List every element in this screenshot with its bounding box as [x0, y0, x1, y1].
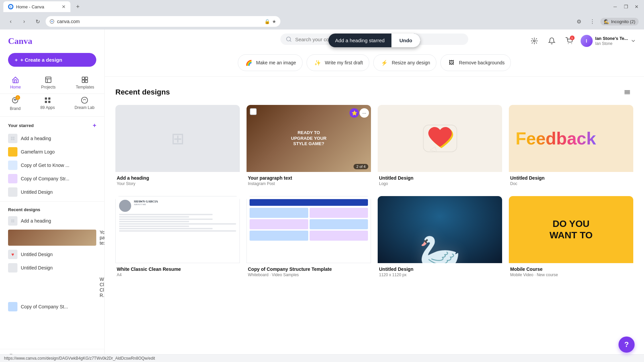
create-label: + Create a design	[20, 57, 62, 63]
recent-item-paragraph[interactable]: Your paragraph text	[0, 228, 104, 248]
company-box-5	[250, 231, 308, 241]
notifications-button[interactable]	[546, 35, 558, 47]
settings-button[interactable]	[528, 35, 540, 47]
recent-item-untitled2[interactable]: Untitled Design	[0, 261, 104, 275]
write-draft-icon: ✨	[313, 58, 322, 67]
back-button[interactable]: ‹	[5, 16, 16, 27]
svg-rect-5	[85, 77, 88, 79]
resume-line-3	[119, 219, 213, 220]
design-card-resume[interactable]: SHAWN GARCIA ABOUT ME	[115, 196, 240, 281]
resume-line-6	[119, 226, 189, 227]
starred-item-gettoknow[interactable]: Copy of Get to Know ...	[8, 159, 96, 172]
design-card-paragraph[interactable]: READY TOUPGRADE YOURSTYLE GAME? ⭐ ··· 2 …	[247, 105, 371, 189]
card-title-mobile: Mobile Course	[510, 266, 632, 272]
card-subtitle-swan: 1120 x 1120 px	[379, 273, 501, 277]
recent-item-paragraph-label: Your paragraph text	[100, 230, 105, 246]
design-card-company[interactable]: Copy of Company Structure Template White…	[247, 196, 371, 281]
card-thumb-heading: ⊞	[115, 105, 240, 172]
svg-rect-14	[11, 137, 13, 138]
url-bar[interactable]: canva.com 🔒 ★	[46, 16, 280, 27]
toast-undo-button[interactable]: Undo	[391, 34, 420, 47]
starred-thumb-gamefarm	[8, 147, 17, 157]
refresh-button[interactable]: ↻	[32, 16, 43, 27]
card-thumb-company	[247, 196, 371, 263]
starred-thumb-untitled	[8, 187, 17, 197]
card-menu-button[interactable]: ···	[360, 108, 369, 118]
company-box-3	[250, 219, 308, 229]
card-subtitle-mobile: Mobile Video · New course	[510, 273, 632, 277]
recent-item-untitled2-label: Untitled Design	[21, 265, 53, 270]
list-view-button[interactable]	[621, 86, 633, 98]
card-thumb-resume: SHAWN GARCIA ABOUT ME	[115, 196, 240, 263]
card-thumb-swan: 🦢	[378, 196, 502, 263]
card-info-paragraph: Your paragraph text Instagram Post	[247, 172, 371, 189]
help-button[interactable]: ?	[619, 337, 635, 353]
browser-right-actions: ⚙ ⋮ 🕵 Incognito (2)	[574, 16, 639, 27]
svg-rect-15	[13, 137, 15, 138]
quick-action-bg[interactable]: 🖼 Remove backgrounds	[440, 54, 511, 71]
browser-menu-button[interactable]: ⋮	[587, 16, 598, 27]
design-card-mobile[interactable]: DO YOUWANT TO Mobile Course Mobile Video…	[509, 196, 633, 281]
starred-item-gamefarm-label: Gamefarm Logo	[21, 149, 55, 155]
quick-action-resize[interactable]: ⚡ Resize any design	[373, 54, 436, 71]
sidebar-item-brand[interactable]: ! Brand	[6, 94, 24, 114]
starred-item-untitled[interactable]: Untitled Design	[8, 185, 96, 199]
company-box-6	[310, 231, 368, 241]
starred-item-heading[interactable]: Add a heading	[8, 132, 96, 145]
sidebar-item-dreamlab[interactable]: Dream Lab	[70, 94, 98, 114]
recent-thumb-resume	[8, 277, 96, 298]
card-subtitle-feedback: Doc	[510, 181, 632, 186]
card-pagination: 2 of 4	[354, 164, 368, 169]
design-card-feedback[interactable]: Feedback Untitled Design Doc	[509, 105, 633, 189]
recent-item-resume[interactable]: White Classic Clean R...	[0, 275, 104, 300]
maximize-button[interactable]: ❐	[622, 3, 630, 11]
forward-button[interactable]: ›	[19, 16, 30, 27]
sidebar-logo[interactable]: Canva	[0, 29, 104, 50]
starred-item-companystr[interactable]: Copy of Company Str...	[8, 172, 96, 185]
card-title-feedback: Untitled Design	[510, 175, 632, 181]
recent-item-untitled1[interactable]: ♥ Untitled Design	[0, 248, 104, 261]
minimize-button[interactable]: ─	[611, 3, 619, 11]
quick-action-image-label: Make me an image	[256, 60, 296, 65]
new-tab-button[interactable]: +	[73, 2, 83, 11]
card-select-checkbox[interactable]	[250, 108, 257, 115]
recent-thumb-company	[8, 302, 17, 311]
svg-rect-16	[11, 139, 13, 140]
svg-rect-3	[46, 77, 51, 83]
sidebar-item-projects[interactable]: Projects	[37, 73, 59, 92]
design-card-swan[interactable]: 🦢 Untitled Design 1120 x 1120 px	[378, 196, 502, 281]
close-button[interactable]: ✕	[633, 3, 641, 11]
recent-item-company[interactable]: Copy of Company St...	[0, 300, 104, 313]
card-title-resume: White Classic Clean Resume	[117, 266, 238, 272]
resume-avatar	[119, 200, 131, 212]
sidebar-item-apps[interactable]: 89 Apps	[36, 94, 59, 114]
tab-favicon: C	[8, 4, 13, 9]
feedback-text: Feedback	[516, 128, 596, 148]
company-box-2	[310, 208, 368, 218]
cart-button[interactable]: 1	[563, 35, 575, 47]
tab-close-icon[interactable]: ✕	[62, 4, 66, 9]
svg-rect-6	[82, 80, 85, 82]
create-design-button[interactable]: + + Create a design	[8, 53, 96, 67]
card-title-swan: Untitled Design	[379, 266, 501, 272]
svg-rect-12	[45, 101, 47, 103]
user-avatar-area[interactable]: I Ian Stone's Te... Ian Stone	[581, 35, 636, 47]
recent-thumb-untitled1: ♥	[8, 250, 17, 259]
card-subtitle-heading: Your Story	[117, 181, 238, 186]
quick-action-image[interactable]: 🌈 Make me an image	[238, 54, 303, 71]
quick-action-draft[interactable]: ✨ Write my first draft	[307, 54, 369, 71]
sidebar-item-home-label: Home	[10, 85, 21, 89]
card-thumb-mobile: DO YOUWANT TO	[509, 196, 633, 263]
recent-item-heading[interactable]: Add a heading	[0, 214, 104, 228]
card-star-button[interactable]: ⭐	[350, 108, 359, 118]
extensions-button[interactable]: ⚙	[574, 16, 584, 27]
add-starred-button[interactable]: +	[93, 122, 96, 129]
design-card-heart[interactable]: Untitled Design Logo	[378, 105, 502, 189]
resume-header-area: SHAWN GARCIA ABOUT ME	[119, 200, 236, 212]
sidebar-item-templates[interactable]: Templates	[72, 73, 98, 92]
sidebar-item-home[interactable]: Home	[6, 73, 25, 92]
card-thumb-feedback: Feedback	[509, 105, 633, 172]
browser-tab[interactable]: C Home - Canva ✕	[3, 1, 70, 12]
starred-item-gamefarm[interactable]: Gamefarm Logo	[8, 145, 96, 159]
design-card-heading[interactable]: ⊞ Add a heading Your Story	[115, 105, 240, 189]
